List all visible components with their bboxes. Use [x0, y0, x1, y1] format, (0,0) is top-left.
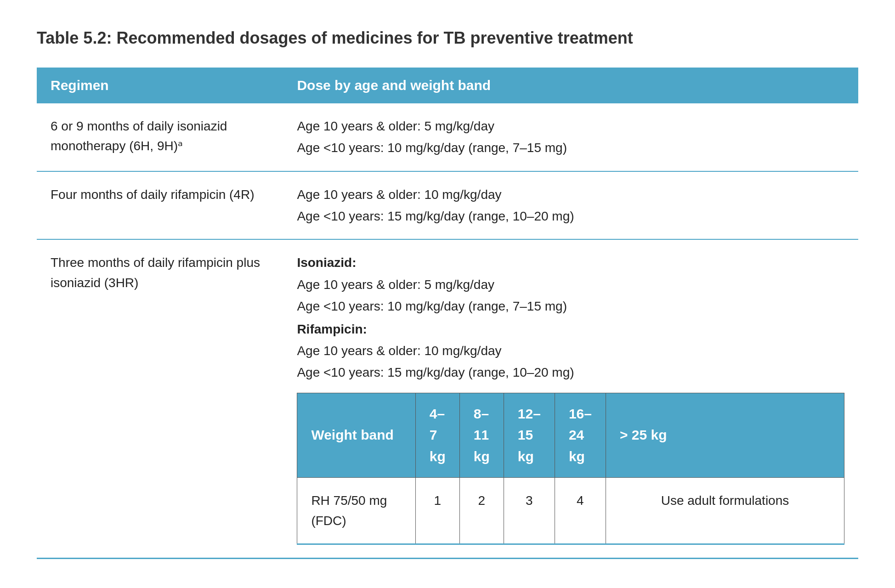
col-over-25kg: > 25 kg	[606, 393, 844, 478]
rifampicin-label: Rifampicin:	[297, 319, 844, 339]
table-row-3hr: Three months of daily rifampicin plus is…	[37, 239, 858, 558]
regimen-6h9h: 6 or 9 months of daily isoniazid monothe…	[37, 103, 283, 171]
page-title: Table 5.2: Recommended dosages of medici…	[37, 28, 858, 49]
weight-band-table: Weight band 4–7 kg 8–11 kg 12–15 kg 16–2…	[297, 393, 844, 545]
col-4-7kg: 4–7 kg	[415, 393, 459, 478]
fdc-val-1: 1	[415, 478, 459, 544]
fdc-val-adult: Use adult formulations	[606, 478, 844, 544]
weight-table-row: RH 75/50 mg (FDC) 1 2 3 4 Use adult form…	[297, 478, 844, 544]
fdc-val-4: 4	[555, 478, 606, 544]
doses-3hr: Isoniazid: Age 10 years & older: 5 mg/kg…	[283, 239, 858, 558]
fdc-val-3: 3	[504, 478, 555, 544]
doses-6h9h: Age 10 years & older: 5 mg/kg/day Age <1…	[283, 103, 858, 171]
regimen-4r: Four months of daily rifampicin (4R)	[37, 171, 283, 240]
table-row-6h9h: 6 or 9 months of daily isoniazid monothe…	[37, 103, 858, 171]
dose-line-4: Age <10 years: 15 mg/kg/day (range, 10–2…	[297, 206, 844, 226]
fdc-val-2: 2	[459, 478, 504, 544]
dose-line-3: Age 10 years & older: 10 mg/kg/day	[297, 185, 844, 204]
isoniazid-dose-1: Age 10 years & older: 5 mg/kg/day	[297, 275, 844, 294]
dose-line-1: Age 10 years & older: 5 mg/kg/day	[297, 116, 844, 136]
rifampicin-dose-1: Age 10 years & older: 10 mg/kg/day	[297, 341, 844, 361]
regimen-3hr: Three months of daily rifampicin plus is…	[37, 239, 283, 558]
col-header-dose: Dose by age and weight band	[283, 68, 858, 103]
dose-line-2: Age <10 years: 10 mg/kg/day (range, 7–15…	[297, 138, 844, 158]
weight-band-header: Weight band	[297, 393, 415, 478]
col-12-15kg: 12–15 kg	[504, 393, 555, 478]
rifampicin-dose-2: Age <10 years: 15 mg/kg/day (range, 10–2…	[297, 362, 844, 382]
isoniazid-dose-2: Age <10 years: 10 mg/kg/day (range, 7–15…	[297, 296, 844, 316]
col-16-24kg: 16–24 kg	[555, 393, 606, 478]
col-8-11kg: 8–11 kg	[459, 393, 504, 478]
col-header-regimen: Regimen	[37, 68, 283, 103]
isoniazid-label: Isoniazid:	[297, 253, 844, 272]
weight-table-header-row: Weight band 4–7 kg 8–11 kg 12–15 kg 16–2…	[297, 393, 844, 478]
dosage-table: Regimen Dose by age and weight band 6 or…	[37, 68, 858, 559]
doses-4r: Age 10 years & older: 10 mg/kg/day Age <…	[283, 171, 858, 240]
fdc-label: RH 75/50 mg (FDC)	[297, 478, 415, 544]
table-row-4r: Four months of daily rifampicin (4R) Age…	[37, 171, 858, 240]
